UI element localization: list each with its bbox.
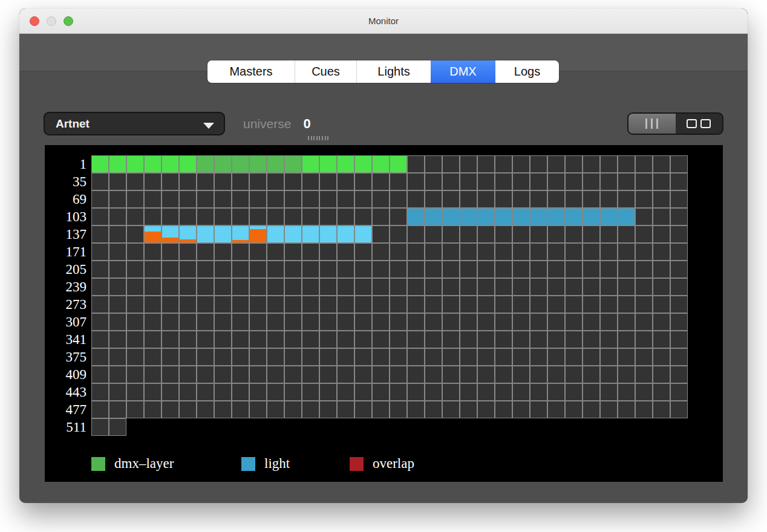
overlap-fill — [180, 239, 196, 242]
dmx-cell — [618, 190, 635, 208]
dmx-cell — [547, 243, 565, 261]
dmx-cell — [547, 208, 565, 225]
dmx-cell — [284, 173, 302, 190]
dmx-cell — [635, 401, 653, 418]
dmx-cell — [495, 243, 512, 261]
tab-masters[interactable]: Masters — [207, 60, 295, 83]
dmx-cell — [547, 278, 565, 296]
dmx-cell — [495, 190, 512, 208]
dmx-cell — [565, 190, 583, 208]
view-toggle-columns[interactable] — [628, 114, 676, 134]
dmx-cell — [109, 348, 126, 366]
dmx-cell — [267, 348, 284, 366]
grid-row: 1 — [45, 155, 688, 173]
title-bar[interactable]: Monitor — [19, 8, 748, 34]
dmx-cell — [337, 173, 354, 190]
universe-scrubber-ticks[interactable] — [308, 136, 330, 140]
dmx-cell — [425, 331, 442, 348]
dmx-cell — [670, 296, 688, 313]
row-label: 511 — [45, 418, 86, 436]
row-label: 1 — [45, 155, 86, 173]
dmx-cell — [214, 296, 232, 313]
dmx-cell — [354, 348, 372, 366]
dmx-cell — [653, 208, 670, 225]
dmx-cell — [670, 313, 688, 331]
dmx-cell — [583, 173, 600, 190]
monitor-window: Monitor Masters Cues Lights DMX Logs Art… — [19, 8, 748, 503]
row-label: 205 — [45, 261, 86, 278]
dmx-cell — [197, 278, 214, 296]
dmx-cell — [547, 366, 565, 383]
dmx-cell — [162, 348, 179, 366]
tab-logs[interactable]: Logs — [495, 60, 559, 83]
dmx-cell — [179, 348, 197, 366]
dmx-cell — [267, 243, 284, 261]
dmx-cell — [653, 173, 670, 190]
view-toggle-grid[interactable] — [676, 114, 723, 134]
dmx-cell — [583, 401, 600, 418]
dmx-cell — [565, 401, 583, 418]
row-label: 69 — [45, 190, 86, 208]
dmx-cell — [302, 313, 319, 331]
dmx-cell — [302, 173, 319, 190]
row-label: 35 — [45, 173, 86, 190]
dmx-cell — [425, 348, 442, 366]
dmx-cell — [425, 208, 442, 225]
dmx-cell — [618, 331, 635, 348]
dmx-cell — [126, 208, 144, 225]
dmx-cell — [635, 155, 653, 173]
dmx-cell — [495, 296, 512, 313]
universe-value[interactable]: 0 — [303, 116, 310, 132]
dmx-cell — [319, 331, 337, 348]
dmx-cell — [670, 278, 688, 296]
tab-dmx[interactable]: DMX — [431, 60, 495, 83]
overlap-fill — [162, 238, 178, 242]
dmx-cell — [407, 190, 425, 208]
dmx-cell — [565, 173, 583, 190]
dmx-cell — [144, 278, 162, 296]
grid-row: 307 — [45, 313, 688, 331]
dmx-cell — [179, 225, 197, 243]
dmx-cell — [442, 296, 460, 313]
dmx-cell — [635, 278, 653, 296]
dmx-cell — [477, 278, 495, 296]
dmx-cell — [670, 401, 688, 418]
dmx-cell — [460, 348, 477, 366]
dmx-cell — [337, 383, 354, 401]
dmx-cell — [425, 278, 442, 296]
dmx-cell — [197, 208, 214, 225]
dmx-cell — [495, 383, 512, 401]
dmx-cell — [214, 225, 232, 243]
dmx-cell — [319, 225, 337, 243]
dmx-cell — [197, 331, 214, 348]
dmx-cell — [495, 331, 512, 348]
dmx-cell — [390, 278, 407, 296]
dmx-cell — [162, 208, 179, 225]
tab-cues[interactable]: Cues — [295, 60, 356, 83]
dmx-cell — [91, 313, 109, 331]
dmx-cell — [512, 331, 530, 348]
protocol-dropdown[interactable]: Artnet — [44, 112, 225, 135]
dmx-cell — [249, 261, 267, 278]
dmx-cell — [425, 313, 442, 331]
dmx-cell — [162, 401, 179, 418]
dmx-cell — [477, 401, 495, 418]
dmx-cell — [232, 173, 249, 190]
dmx-cell — [91, 243, 109, 261]
dmx-cell — [442, 243, 460, 261]
legend-label: overlap — [373, 456, 414, 472]
dmx-cell — [565, 331, 583, 348]
dmx-cell — [126, 225, 144, 243]
dmx-cell — [600, 243, 618, 261]
row-label: 103 — [45, 208, 86, 225]
dmx-cell — [512, 278, 530, 296]
dmx-cell — [670, 243, 688, 261]
dmx-cell — [653, 383, 670, 401]
dmx-cell — [126, 243, 144, 261]
dmx-cell — [477, 208, 495, 225]
dmx-cell — [337, 313, 354, 331]
dmx-cell — [442, 208, 460, 225]
tab-lights[interactable]: Lights — [356, 60, 431, 83]
dmx-cell — [670, 225, 688, 243]
dmx-cell — [618, 313, 635, 331]
